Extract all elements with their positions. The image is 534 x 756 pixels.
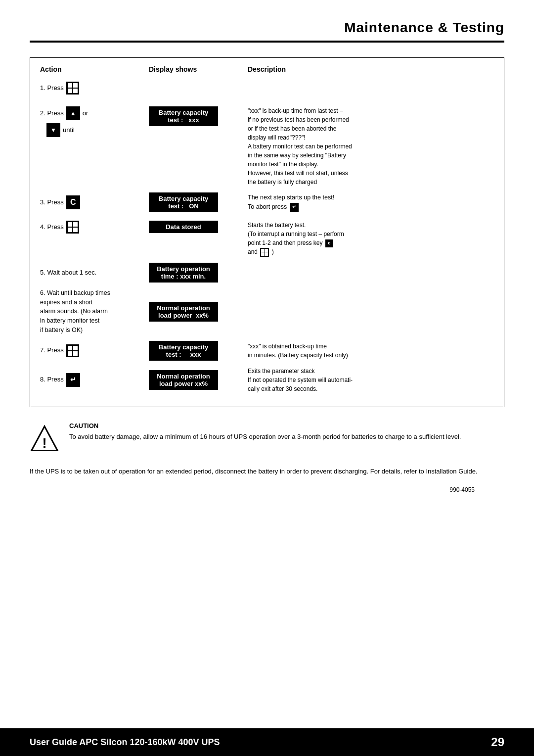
arrow-down-icon: [46, 123, 60, 137]
page-footer: User Guide APC Silcon 120-160kW 400V UPS…: [0, 728, 534, 756]
description-cell-4: Starts the battery test. (To interrupt a…: [248, 221, 494, 257]
table-row: 7. Press Battery capacity test : xxx "xx…: [40, 341, 494, 361]
title-rule: [30, 41, 504, 43]
enter-button-icon: [66, 373, 80, 387]
small-c-icon: c: [325, 239, 333, 247]
display-cell-6: Normal operation load power xx%: [149, 302, 248, 322]
action-text-7: 7. Press: [40, 346, 64, 355]
page-title: Maintenance & Testing: [0, 0, 534, 41]
grid-button-icon-1: [66, 82, 79, 94]
caution-box: ! CAUTION To avoid battery damage, allow…: [30, 422, 504, 454]
description-cell-8: Exits the parameter stack If not operate…: [248, 367, 494, 393]
display-cell-8: Normal operation load power xx%: [149, 370, 248, 390]
display-badge-4: Data stored: [149, 221, 218, 233]
display-cell-2: Battery capacity test : xxx: [149, 106, 248, 126]
action-text-4: 4. Press: [40, 223, 64, 232]
or-text: or: [83, 109, 89, 118]
action-text-8: 8. Press: [40, 375, 64, 384]
c-button-icon: C: [66, 195, 80, 209]
table-row: 2. Press or until Battery capacity test …: [40, 104, 494, 187]
action-text-1: 1. Press: [40, 84, 64, 93]
action-cell-3: 3. Press C: [40, 195, 149, 209]
action-cell-8: 8. Press: [40, 373, 149, 387]
header-description: Description: [248, 65, 494, 73]
action-cell-1: 1. Press: [40, 82, 149, 94]
body-text: If the UPS is to be taken out of operati…: [30, 467, 504, 477]
caution-title: CAUTION: [69, 422, 461, 429]
description-cell-3: The next step starts up the test! To abo…: [248, 193, 494, 212]
caution-triangle-icon: !: [30, 425, 59, 454]
small-enter-icon: ↵: [290, 203, 299, 212]
action-cell-5: 5. Wait about 1 sec.: [40, 268, 149, 277]
main-table: Action Display shows Description 1. Pres…: [30, 57, 504, 407]
table-row: 5. Wait about 1 sec. Battery operation t…: [40, 263, 494, 283]
description-cell-7: "xxx" is obtained back-up time in minute…: [248, 342, 494, 360]
display-cell-3: Battery capacity test : ON: [149, 192, 248, 212]
action-cell-2: 2. Press or until: [40, 106, 149, 137]
display-badge-7: Battery capacity test : xxx: [149, 341, 218, 361]
table-row: 4. Press Data stored Starts the battery …: [40, 218, 494, 257]
until-text: until: [63, 126, 75, 135]
display-badge-6: Normal operation load power xx%: [149, 302, 218, 322]
header-action: Action: [40, 65, 149, 73]
caution-content: CAUTION To avoid battery damage, allow a…: [69, 422, 461, 442]
header-display: Display shows: [149, 65, 248, 73]
action-cell-7: 7. Press: [40, 344, 149, 357]
table-row: 3. Press C Battery capacity test : ON Th…: [40, 192, 494, 212]
small-grid-icon: [260, 248, 269, 257]
arrow-up-icon: [66, 106, 80, 120]
grid-button-icon-7: [66, 344, 79, 357]
footer-guide-title: User Guide APC Silcon 120-160kW 400V UPS: [30, 737, 220, 748]
footer-page-number: 29: [491, 735, 504, 749]
action-cell-6: 6. Wait until backup times expires and a…: [40, 288, 149, 335]
display-badge-5: Battery operation time : xxx min.: [149, 263, 218, 283]
table-row: 1. Press: [40, 78, 494, 98]
table-header-row: Action Display shows Description: [40, 65, 494, 73]
table-row: 8. Press Normal operation load power xx%…: [40, 367, 494, 393]
doc-number: 990-4055: [30, 486, 504, 493]
display-badge-8: Normal operation load power xx%: [149, 370, 218, 390]
action-text-2: 2. Press: [40, 109, 64, 118]
table-row: 6. Wait until backup times expires and a…: [40, 288, 494, 335]
action-text-3: 3. Press: [40, 198, 64, 207]
display-cell-5: Battery operation time : xxx min.: [149, 263, 248, 283]
caution-text: To avoid battery damage, allow a minimum…: [69, 432, 461, 442]
display-badge-2: Battery capacity test : xxx: [149, 106, 218, 126]
action-cell-4: 4. Press: [40, 221, 149, 234]
svg-text:!: !: [43, 435, 47, 450]
grid-button-icon-4: [66, 221, 79, 234]
display-cell-4: Data stored: [149, 221, 248, 233]
display-badge-3: Battery capacity test : ON: [149, 192, 218, 212]
action-text-5: 5. Wait about 1 sec.: [40, 269, 96, 276]
description-cell-2: "xxx" is back-up time from last test – i…: [248, 106, 494, 187]
display-cell-7: Battery capacity test : xxx: [149, 341, 248, 361]
